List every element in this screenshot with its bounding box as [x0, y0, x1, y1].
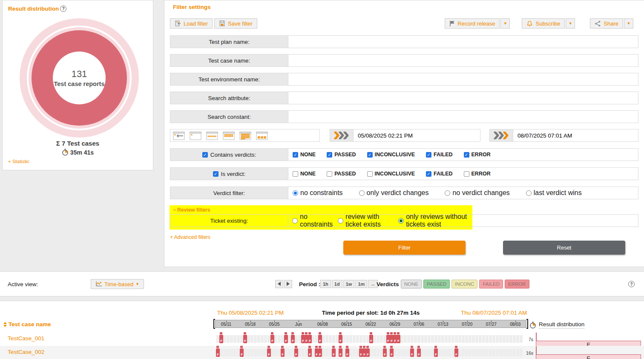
fail-marker[interactable]: F [240, 349, 243, 356]
help-icon[interactable]: ? [628, 281, 635, 287]
period-next-button[interactable] [284, 280, 292, 288]
radio-option[interactable]: review with ticket exists [338, 213, 393, 228]
test-plan-name-input[interactable] [288, 36, 638, 48]
fail-marker[interactable]: F [295, 349, 298, 356]
calendar-day-icon[interactable] [190, 131, 201, 140]
contains-verdicts-checkbox[interactable]: ✓ [202, 152, 208, 158]
fail-marker[interactable]: F [285, 335, 288, 343]
verdict-option[interactable]: ✓NONE [293, 152, 316, 158]
checkbox[interactable] [367, 171, 373, 177]
date-to-chevrons[interactable] [490, 129, 513, 141]
result-distribution-donut-chart[interactable]: 131 Test case reports [20, 18, 139, 138]
radio-option[interactable]: no constraints [293, 189, 343, 197]
calendar-goto-date-icon[interactable] [173, 131, 185, 140]
date-to-input[interactable] [513, 132, 638, 139]
radio-option[interactable]: no verdict changes [445, 189, 509, 197]
period-button-1m[interactable]: 1m [355, 280, 367, 288]
filter-button[interactable]: Filter [343, 241, 466, 255]
fail-marker[interactable]: F [244, 335, 247, 343]
calendar-month-icon[interactable] [239, 131, 251, 140]
fail-marker[interactable]: F [417, 349, 420, 356]
verdict-option[interactable]: ✓PASSED [327, 152, 356, 158]
timeline-scale[interactable]: 05/1105/1805/25Jun06/0806/1506/2206/2907… [215, 320, 526, 328]
fail-marker[interactable]: F [339, 349, 342, 356]
fail-marker[interactable]: F [383, 349, 386, 356]
statistic-link[interactable]: + Statistic [8, 159, 29, 164]
radio-option[interactable]: last verdict wins [526, 189, 582, 197]
checkbox[interactable]: ✓ [327, 152, 332, 158]
verdict-option[interactable]: ✓FAILED [426, 152, 452, 158]
fail-marker[interactable]: F [411, 349, 414, 356]
help-icon[interactable]: ? [60, 6, 66, 12]
radio[interactable] [293, 190, 298, 196]
fail-marker[interactable]: F [216, 349, 219, 356]
fail-marker[interactable]: F [346, 349, 349, 356]
fail-marker[interactable]: F [281, 349, 284, 356]
test-case-name-header[interactable]: Test case name [3, 321, 51, 327]
fail-marker[interactable]: F [220, 335, 223, 343]
subscribe-button[interactable]: Subscribe [522, 18, 565, 29]
calendar-quarter-icon[interactable] [256, 131, 268, 140]
calendar-week-icon[interactable] [206, 131, 218, 140]
test-case-link[interactable]: TestCase_002 [8, 349, 44, 355]
fail-marker[interactable]: F [332, 349, 335, 356]
verdict-option[interactable]: ✓ERROR [464, 152, 491, 158]
radio-option[interactable]: only reviews without tickets exist [398, 213, 473, 228]
fail-marker[interactable]: F [363, 349, 366, 356]
fail-marker[interactable]: F [267, 349, 270, 356]
load-filter-button[interactable]: Load filter [170, 18, 213, 29]
radio[interactable] [338, 218, 343, 224]
radio-option[interactable]: only verdict changes [359, 189, 429, 197]
view-selector-button[interactable]: Time-based ▼ [91, 279, 144, 289]
record-release-button[interactable]: Record release [445, 18, 500, 29]
fail-marker[interactable]: F [308, 349, 311, 356]
verdict-badge-error[interactable]: ERROR [505, 279, 529, 288]
date-from-input[interactable] [354, 132, 480, 139]
review-filters-toggle[interactable]: − Review filters [173, 207, 210, 213]
sort-icon[interactable] [3, 322, 7, 327]
test-environment-name-input[interactable] [288, 73, 638, 85]
checkbox[interactable] [464, 171, 469, 177]
share-button[interactable]: Share [590, 18, 623, 29]
checkbox[interactable] [327, 171, 332, 177]
verdict-badge-none[interactable]: NONE [401, 279, 422, 288]
fail-marker[interactable]: F [319, 335, 322, 343]
verdict-option[interactable]: ✓INCONCLUSIVE [367, 152, 415, 158]
fail-marker[interactable]: F [455, 349, 458, 356]
verdict-badge-inconc[interactable]: INCONC [451, 279, 477, 288]
verdict-badge-passed[interactable]: PASSED [423, 279, 450, 288]
verdict-option[interactable]: INCONCLUSIVE [367, 171, 415, 177]
test-case-link[interactable]: TestCase_001 [8, 335, 44, 342]
fail-marker[interactable]: F [387, 335, 390, 343]
fail-marker[interactable]: F [315, 349, 318, 356]
fail-marker[interactable]: F [434, 349, 437, 356]
share-dropdown-arrow[interactable]: ▼ [624, 18, 633, 29]
checkbox[interactable]: ✓ [426, 171, 431, 177]
radio-option[interactable]: no constraints [292, 213, 333, 228]
fail-marker[interactable]: F [397, 335, 400, 343]
checkbox[interactable]: ✓ [464, 152, 469, 158]
fail-marker[interactable]: F [319, 349, 322, 356]
record-release-dropdown-arrow[interactable]: ▼ [500, 18, 510, 29]
period-button-1w[interactable]: 1w [343, 280, 355, 288]
verdict-option[interactable]: PASSED [327, 171, 356, 177]
search-attribute-input[interactable] [288, 92, 638, 104]
advanced-filters-link[interactable]: + Advanced filters [170, 234, 210, 240]
checkbox[interactable]: ✓ [367, 152, 373, 158]
test-case-name-input[interactable] [288, 55, 638, 66]
fail-marker[interactable]: F [308, 335, 311, 343]
checkbox[interactable] [293, 171, 298, 177]
fail-marker[interactable]: F [302, 335, 305, 343]
result-distribution-bar[interactable]: F [536, 347, 641, 359]
fail-marker[interactable]: F [291, 335, 294, 343]
period-button-1h[interactable]: 1h [320, 280, 331, 288]
checkbox[interactable]: ✓ [293, 152, 298, 158]
verdict-badge-failed[interactable]: FAILED [479, 279, 503, 288]
verdict-option[interactable]: ✓FAILED [426, 171, 452, 177]
radio[interactable] [445, 190, 450, 196]
checkbox[interactable]: ✓ [426, 152, 431, 158]
save-filter-button[interactable]: Save filter [214, 18, 257, 29]
fail-marker[interactable]: F [366, 349, 369, 356]
verdict-option[interactable]: NONE [293, 171, 316, 177]
period-button-1d[interactable]: 1d [332, 280, 342, 288]
